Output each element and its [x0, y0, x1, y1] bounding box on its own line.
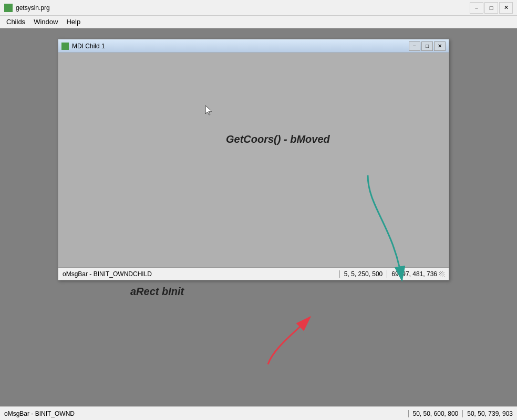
mdi-child-close[interactable]: ✕	[434, 41, 446, 51]
menu-window[interactable]: Window	[29, 17, 62, 27]
red-arrow	[242, 307, 326, 371]
maximize-button[interactable]: □	[484, 2, 498, 14]
bottom-status-mid: 50, 50, 600, 800	[409, 410, 463, 417]
minimize-button[interactable]: −	[470, 2, 483, 14]
bottom-status-right: 50, 50, 739, 903	[463, 410, 517, 417]
bottom-status-left: oMsgBar - BINIT_OWND	[0, 410, 409, 417]
menu-bar: Childs Window Help	[0, 16, 517, 28]
close-button[interactable]: ✕	[499, 2, 513, 14]
teal-arrow	[326, 175, 410, 292]
mdi-child-icon	[61, 43, 69, 50]
menu-childs[interactable]: Childs	[2, 17, 29, 27]
mdi-status-left: oMsgBar - BINIT_OWNDCHILD	[58, 270, 340, 278]
app-title: getsysin.prg	[16, 4, 470, 12]
resize-grip	[439, 271, 444, 277]
annotation-getcoors: GetCoors() - bMoved	[226, 133, 330, 145]
mdi-area: MDI Child 1 − □ ✕ oMsgBar - BINIT_OWNDCH…	[0, 28, 517, 406]
bottom-status-bar: oMsgBar - BINIT_OWND 50, 50, 600, 800 50…	[0, 406, 517, 420]
mdi-child-buttons: − □ ✕	[409, 41, 446, 51]
mdi-child-titlebar: MDI Child 1 − □ ✕	[58, 39, 449, 53]
title-bar-buttons: − □ ✕	[470, 2, 513, 14]
mdi-child-title: MDI Child 1	[72, 43, 409, 50]
app-icon	[4, 4, 13, 12]
annotation-arect: aRect bInit	[130, 286, 184, 298]
menu-help[interactable]: Help	[62, 17, 85, 27]
mdi-child-minimize[interactable]: −	[409, 41, 420, 51]
svg-marker-0	[205, 106, 212, 115]
mdi-child-maximize[interactable]: □	[421, 41, 433, 51]
title-bar: getsysin.prg − □ ✕	[0, 0, 517, 16]
